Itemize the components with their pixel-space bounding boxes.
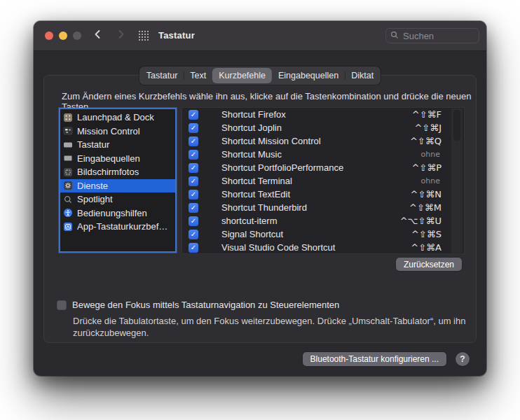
shortcut-row-signal-shortcut[interactable]: Signal Shortcut ^⇧⌘S (182, 227, 464, 241)
sidebar-item-mission-control[interactable]: Mission Control (60, 125, 175, 139)
sidebar-item-bedienungshilfen[interactable]: Bedienungshilfen (60, 206, 175, 220)
keyboard-navigation-label: Bewege den Fokus mittels Tastaturnavigat… (72, 300, 339, 310)
shortcut-checkbox[interactable] (189, 190, 198, 200)
shortcut-row-shortcut-textedit[interactable]: Shortcut TextEdit ^⇧⌘N (182, 188, 464, 201)
sidebar-item-eingabequellen[interactable]: Eingabequellen (60, 152, 175, 166)
tab-text[interactable]: Text (184, 68, 212, 83)
tab-diktat[interactable]: Diktat (345, 68, 380, 83)
shortcut-checkbox[interactable] (189, 123, 198, 133)
screenshot-icon (63, 167, 73, 177)
shortcuts-tab-panel: Zum Ändern eines Kurzbefehls wähle ihn a… (43, 75, 477, 343)
shortcut-row-shortcut-music[interactable]: Shortcut Music ohne (182, 148, 464, 161)
mission-control-icon (63, 126, 73, 136)
tab-tastatur[interactable]: Tastatur (140, 68, 184, 83)
shortcut-row-shortcut-firefox[interactable]: Shortcut Firefox ^⇧⌘F (182, 108, 464, 121)
spotlight-magnifier-icon (63, 195, 73, 204)
sidebar-item-dienste[interactable]: Dienste (60, 179, 175, 193)
shortcut-keys-field[interactable]: ^⇧⌘Q (410, 136, 442, 146)
shortcut-checkbox[interactable] (189, 203, 198, 213)
shortcut-keys-field[interactable]: ^⇧⌘F (412, 109, 442, 120)
shortcut-keys-field[interactable]: ^⇧⌘M (409, 202, 442, 213)
search-input[interactable] (402, 30, 474, 42)
shortcut-row-shortcut-iterm[interactable]: shortcut-iterm ^⌥⇧⌘U (182, 214, 464, 227)
chevron-right-icon (117, 29, 125, 42)
keyboard-navigation-note: Drücke die Tabulatortaste, um den Fokus … (73, 315, 465, 339)
shortcut-row-shortcut-thunderbird[interactable]: Shortcut Thunderbird ^⇧⌘M (182, 201, 464, 214)
shortcut-checkbox[interactable] (189, 110, 198, 120)
window-title: Tastatur (158, 21, 195, 50)
sidebar-item-app-tastaturkurzbef[interactable]: App-Tastaturkurzbef… (60, 220, 175, 234)
search-field[interactable] (385, 28, 479, 43)
shortcut-checkbox[interactable] (189, 243, 198, 253)
keyboard-preferences-window: Tastatur TastaturTextKurzbefehleEingabeq… (34, 21, 486, 376)
shortcut-keys-field[interactable]: ^⌥⇧⌘U (400, 216, 442, 226)
shortcut-keys-field[interactable]: ^⇧⌘J (414, 122, 442, 133)
shortcut-checkbox[interactable] (189, 230, 198, 239)
shortcut-category-list: Launchpad & Dock Mission Control Tastatu… (59, 108, 177, 253)
shortcut-checkbox[interactable] (189, 216, 198, 226)
back-button[interactable] (90, 29, 105, 43)
configure-bluetooth-keyboard-button[interactable]: Bluetooth-Tastatur konfigurieren ... (303, 352, 446, 366)
reset-button[interactable]: Zurücksetzen (396, 258, 462, 271)
sidebar-item-tastatur[interactable]: Tastatur (60, 138, 175, 152)
shortcut-row-shortcut-mission-control[interactable]: Shortcut Mission Control ^⇧⌘Q (182, 134, 464, 148)
minimize-window-button[interactable] (59, 31, 67, 40)
launchpad-dock-icon (63, 113, 73, 122)
shortcut-row-shortcut-joplin[interactable]: Shortcut Joplin ^⇧⌘J (182, 121, 464, 134)
shortcut-checkbox[interactable] (189, 163, 198, 173)
keyboard-navigation-setting: Bewege den Fokus mittels Tastaturnavigat… (57, 300, 339, 310)
shortcut-checkbox[interactable] (189, 136, 198, 146)
close-window-button[interactable] (45, 31, 53, 40)
shortcut-checkbox[interactable] (189, 150, 198, 160)
service-shortcut-list: Shortcut Firefox ^⇧⌘F Shortcut Joplin ^⇧… (182, 107, 465, 254)
shortcut-keys-field[interactable]: ^⇧⌘A (411, 242, 442, 253)
tab-kurzbefehle[interactable]: Kurzbefehle (212, 68, 272, 83)
show-all-preferences-button[interactable] (139, 31, 149, 41)
shortcut-keys-field[interactable]: ^⇧⌘P (411, 162, 442, 173)
keyboard-navigation-checkbox[interactable] (57, 300, 67, 310)
shortcut-row-shortcut-portfolioperformance[interactable]: Shortcut PortfolioPerformance ^⇧⌘P (182, 161, 464, 174)
shortcut-keys-field[interactable]: ohne (421, 176, 440, 186)
keyboard-icon (63, 140, 73, 150)
zoom-window-button[interactable] (73, 31, 81, 40)
chevron-left-icon (93, 29, 102, 42)
tab-eingabequellen[interactable]: Eingabequellen (272, 68, 345, 83)
scrollbar[interactable] (451, 108, 463, 253)
scrollbar-thumb[interactable] (453, 110, 460, 141)
app-shortcuts-icon (63, 222, 73, 232)
accessibility-icon (63, 208, 73, 218)
input-sources-icon (63, 153, 73, 163)
shortcut-row-shortcut-terminal[interactable]: Shortcut Terminal ohne (182, 174, 464, 188)
sidebar-item-launchpad-dock[interactable]: Launchpad & Dock (60, 111, 175, 125)
services-gear-icon (63, 181, 73, 190)
shortcut-keys-field[interactable]: ^⇧⌘S (411, 229, 442, 239)
search-icon (390, 29, 399, 42)
sidebar-item-spotlight[interactable]: Spotlight (60, 192, 175, 206)
shortcut-checkbox[interactable] (189, 176, 198, 186)
help-button[interactable]: ? (456, 352, 470, 366)
shortcut-keys-field[interactable]: ^⇧⌘N (410, 189, 442, 200)
sidebar-item-bildschirmfotos[interactable]: Bildschirmfotos (60, 165, 175, 179)
tab-bar: TastaturTextKurzbefehleEingabequellenDik… (139, 66, 381, 85)
forward-button[interactable] (114, 29, 129, 43)
shortcut-row-visual-studio-code-shortcut[interactable]: Visual Studio Code Shortcut ^⇧⌘A (182, 241, 464, 254)
shortcut-keys-field[interactable]: ohne (421, 150, 440, 159)
titlebar[interactable]: Tastatur (34, 21, 486, 51)
